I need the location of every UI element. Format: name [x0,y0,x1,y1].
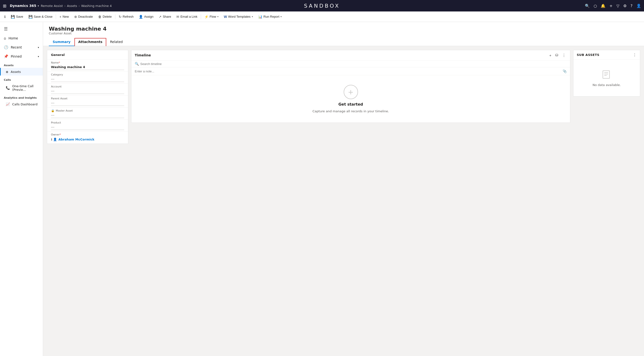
page-header: Washing machine 4 Customer Asset Summary… [43,22,644,46]
tab-related[interactable]: Related [106,38,126,46]
paperclip-icon: 📎 [563,69,567,73]
owner-icons: ℹ 👤 [51,138,57,141]
delete-icon: 🗑 [98,15,102,19]
name-required: * [59,61,60,64]
subassets-title: SUB ASSETS [577,53,633,57]
save-button[interactable]: 💾 Save [8,13,26,20]
flow-button[interactable]: ⚡ Flow ▾ [202,13,221,20]
name-value[interactable]: Washing machine 4 [51,65,124,70]
tab-summary[interactable]: Summary [49,38,74,46]
timeline-header: Timeline + ⛁ ⋮ [132,50,570,60]
user-icon[interactable]: 👤 [636,3,641,8]
breadcrumb-sep2: › [78,4,80,8]
sidebar-item-calls-dashboard[interactable]: 📈 Calls Dashboard [0,100,43,108]
run-report-label: Run Report [264,15,279,18]
breadcrumb-assets[interactable]: Assets [67,4,77,8]
master-asset-value[interactable]: --- [51,113,124,118]
dashboard-icon: 📈 [6,102,10,106]
breadcrumb: Remote Assist › Assets › Washing machine… [41,4,112,8]
run-report-icon: 📊 [258,15,262,19]
timeline-search-input[interactable] [140,62,567,66]
lock-icon: 🔒 [51,109,54,112]
delete-button[interactable]: 🗑 Delete [96,13,114,20]
info-button[interactable]: ℹ [2,13,8,20]
sidebar-item-one-time-call[interactable]: 📞 One-time Call (Previe... [0,82,43,93]
parent-asset-field: Parent Asset --- [47,96,128,108]
word-templates-button[interactable]: W Word Templates ▾ [221,13,255,20]
parent-asset-value[interactable]: --- [51,101,124,106]
timeline-note-input[interactable] [135,70,563,73]
sidebar-item-assets[interactable]: ◈ Assets [0,68,43,75]
subassets-more-button[interactable]: ⋮ [633,53,636,57]
general-card: General Name* Washing machine 4 Category… [47,50,128,144]
word-templates-chevron-icon: ▾ [252,15,253,18]
account-value[interactable]: --- [51,89,124,94]
email-label: Email a Link [180,15,198,18]
new-button[interactable]: + New [57,13,71,20]
sandbox-title: SANDBOX [304,3,340,9]
bell-icon[interactable]: 🔔 [601,3,606,8]
top-nav-right: 🔍 ○ 🔔 + ▽ ⚙ ? 👤 [585,3,641,8]
sidebar-item-home[interactable]: ⌂ Home [0,34,43,43]
timeline-add-button[interactable]: + [548,53,552,58]
recent-chevron-icon: ▾ [38,46,39,49]
run-report-chevron-icon: ▾ [280,15,282,18]
delete-label: Delete [103,15,112,18]
timeline-filter-button[interactable]: ⛁ [554,53,559,58]
home-icon: ⌂ [4,36,6,40]
product-value[interactable]: --- [51,125,124,130]
tab-attachments[interactable]: Attachments [74,38,106,46]
search-icon[interactable]: 🔍 [585,3,590,8]
waffle-icon[interactable]: ⊞ [3,3,6,8]
sidebar-item-pinned[interactable]: 📌 Pinned ▾ [0,52,43,61]
owner-person-icon: 👤 [53,138,57,141]
email-link-button[interactable]: ✉ Email a Link [174,13,200,20]
one-time-call-label: One-time Call (Previe... [12,84,39,92]
account-label: Account [51,85,124,88]
word-templates-label: Word Templates [228,15,250,18]
breadcrumb-section[interactable]: Remote Assist [41,4,63,8]
subassets-card: SUB ASSETS ⋮ No data available. [573,50,640,97]
save-close-label: Save & Close [34,15,53,18]
page-subtitle: Customer Asset [49,32,638,35]
save-label: Save [16,15,23,18]
subassets-header: SUB ASSETS ⋮ [574,50,640,60]
email-icon: ✉ [176,15,179,19]
filter-icon[interactable]: ▽ [616,3,619,8]
call-icon: 📞 [6,86,10,90]
help-icon[interactable]: ? [630,3,633,8]
timeline-more-button[interactable]: ⋮ [561,53,567,58]
save-close-button[interactable]: 💾 Save & Close [26,13,55,20]
save-icon: 💾 [11,15,15,19]
product-label: Product [51,121,124,124]
account-field: Account --- [47,84,128,96]
info-icon: ℹ [4,15,6,19]
tabs: Summary Attachments Related [49,38,638,46]
share-button[interactable]: ↗ Share [156,13,174,20]
timeline-search: 🔍 [132,60,570,67]
timeline-empty-circle: + [344,85,358,99]
page-title: Washing machine 4 [49,26,638,32]
add-icon[interactable]: + [609,3,612,8]
settings-icon[interactable]: ⚙ [623,3,626,8]
deactivate-button[interactable]: ⊗ Deactivate [72,13,95,20]
run-report-button[interactable]: 📊 Run Report ▾ [256,13,284,20]
refresh-button[interactable]: ↻ Refresh [116,13,136,20]
assets-label: Assets [11,70,21,74]
owner-name[interactable]: Abraham McCormick [58,138,94,141]
main-content: Washing machine 4 Customer Asset Summary… [43,22,644,356]
app-name[interactable]: Dynamics 365 ▾ [10,4,39,8]
assign-button[interactable]: 👤 Assign [136,13,156,20]
circle-icon[interactable]: ○ [594,3,597,8]
sep2 [115,14,115,19]
category-value[interactable]: --- [51,77,124,82]
timeline-empty: + Get started Capture and manage all rec… [132,75,570,123]
sidebar-item-recent[interactable]: 🕐 Recent ▾ [0,43,43,52]
share-icon: ↗ [159,15,162,19]
sidebar: ☰ ⌂ Home 🕐 Recent ▾ 📌 Pinned ▾ Assets ◈ … [0,22,43,356]
refresh-label: Refresh [123,15,134,18]
category-label: Category [51,73,124,76]
sep1 [56,14,56,19]
pinned-chevron-icon: ▾ [38,55,39,58]
sidebar-toggle[interactable]: ☰ [0,24,43,34]
